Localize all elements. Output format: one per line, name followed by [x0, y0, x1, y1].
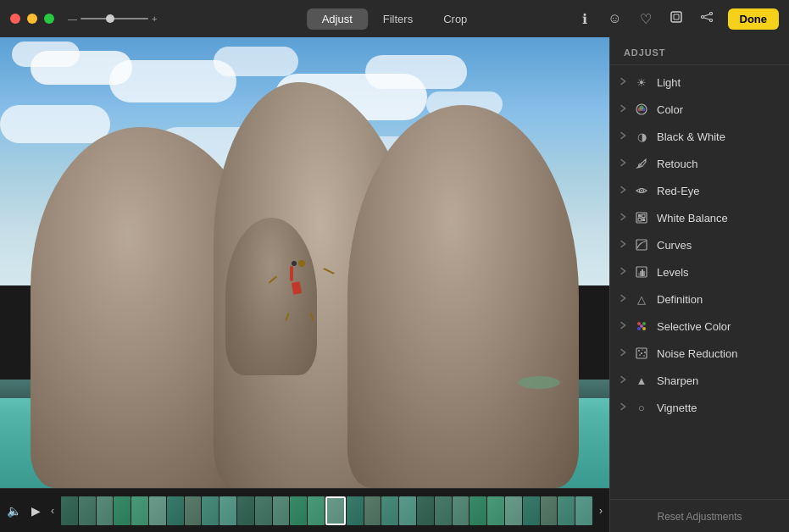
- chevron-icon-light: [620, 77, 626, 87]
- adjust-footer: Reset Adjustments: [610, 499, 789, 532]
- main-area: 🔈 ▶ ‹ › ADJUST ☀LightColor◑Black & White…: [0, 37, 789, 532]
- black-white-icon: ◑: [635, 130, 648, 143]
- adjust-item-label-retouch: Retouch: [657, 158, 697, 170]
- info-icon: ℹ: [582, 11, 587, 27]
- photo-container: [0, 37, 609, 488]
- chevron-icon-red-eye: [620, 186, 626, 196]
- filmstrip-frame[interactable]: [364, 496, 381, 525]
- adjust-item-label-black-white: Black & White: [657, 130, 725, 143]
- filmstrip-frame[interactable]: [185, 496, 202, 525]
- adjust-item-label-noise-reduction: Noise Reduction: [657, 347, 737, 360]
- filmstrip-next[interactable]: ›: [596, 503, 606, 518]
- info-button[interactable]: ℹ: [575, 9, 594, 28]
- chevron-icon-curves: [620, 240, 626, 250]
- crop-tab[interactable]: Crop: [428, 8, 482, 30]
- zoom-plus-icon: +: [152, 14, 157, 24]
- adjust-item-red-eye[interactable]: Red-Eye: [610, 177, 789, 204]
- crop-square-icon: [670, 10, 683, 27]
- svg-point-23: [642, 322, 646, 325]
- adjust-item-definition[interactable]: △Definition: [610, 285, 789, 313]
- emoji-button[interactable]: ☺: [606, 9, 625, 28]
- adjust-item-light[interactable]: ☀Light: [610, 69, 789, 96]
- white-balance-icon: [635, 211, 648, 224]
- reset-adjustments-button[interactable]: Reset Adjustments: [657, 511, 742, 523]
- filmstrip-frame[interactable]: [114, 496, 131, 525]
- maximize-button[interactable]: [44, 14, 54, 24]
- adjust-tab[interactable]: Adjust: [307, 8, 368, 30]
- filmstrip-frame[interactable]: [237, 496, 254, 525]
- filmstrip-frame[interactable]: [558, 496, 575, 525]
- svg-point-28: [638, 350, 640, 352]
- filmstrip-frame[interactable]: [273, 496, 290, 525]
- filmstrip-frame[interactable]: [541, 496, 558, 525]
- svg-rect-12: [638, 214, 642, 218]
- svg-point-1: [701, 16, 703, 19]
- adjust-item-curves[interactable]: Curves: [610, 231, 789, 258]
- filmstrip-frame[interactable]: [255, 496, 272, 525]
- filters-tab[interactable]: Filters: [368, 8, 428, 30]
- filmstrip-frame[interactable]: [202, 496, 219, 525]
- chevron-icon-selective-color: [620, 321, 626, 331]
- selective-color-icon: [635, 319, 648, 333]
- filmstrip-frame[interactable]: [149, 496, 166, 525]
- filmstrip-frame[interactable]: [131, 496, 148, 525]
- minimize-button[interactable]: [27, 14, 37, 24]
- filmstrip-frame[interactable]: [61, 496, 78, 525]
- filmstrip-frame[interactable]: [487, 496, 504, 525]
- toolbar-center: Adjust Filters Crop: [307, 8, 483, 30]
- filmstrip-frame[interactable]: [381, 496, 398, 525]
- filmstrip-prev[interactable]: ‹: [47, 503, 58, 518]
- filmstrip-frame[interactable]: [79, 496, 96, 525]
- close-button[interactable]: [10, 14, 20, 24]
- crop-icon-button[interactable]: [667, 9, 686, 28]
- filmstrip-frame[interactable]: [325, 496, 346, 525]
- filmstrip-frame[interactable]: [347, 496, 364, 525]
- heart-icon: ♡: [640, 11, 652, 27]
- adjust-item-levels[interactable]: Levels: [610, 258, 789, 285]
- svg-point-25: [642, 327, 646, 330]
- cloud: [0, 105, 110, 143]
- filmstrip-frame[interactable]: [399, 496, 416, 525]
- adjust-item-retouch[interactable]: Retouch: [610, 150, 789, 177]
- filmstrip-frame[interactable]: [575, 496, 592, 525]
- filmstrip-frame[interactable]: [435, 496, 452, 525]
- chevron-icon-levels: [620, 267, 626, 277]
- adjust-item-selective-color[interactable]: Selective Color: [610, 313, 789, 340]
- chevron-icon-vignette: [620, 402, 626, 413]
- adjust-item-color[interactable]: Color: [610, 96, 789, 123]
- filmstrip-frame[interactable]: [523, 496, 540, 525]
- filmstrip-frame[interactable]: [417, 496, 434, 525]
- adjust-item-noise-reduction[interactable]: Noise Reduction: [610, 340, 789, 367]
- favorite-button[interactable]: ♡: [636, 9, 655, 28]
- rock-small: [225, 218, 317, 375]
- adjust-item-white-balance[interactable]: White Balance: [610, 204, 789, 231]
- speaker-button[interactable]: 🔈: [3, 502, 25, 519]
- noise-reduction-icon: [635, 346, 648, 360]
- play-button[interactable]: ▶: [28, 502, 44, 519]
- filmstrip-frame[interactable]: [308, 496, 325, 525]
- adjust-item-vignette[interactable]: ○Vignette: [610, 394, 789, 421]
- emoji-icon: ☺: [608, 11, 621, 26]
- color-icon: [635, 103, 648, 116]
- svg-rect-14: [638, 219, 642, 222]
- adjust-item-label-definition: Definition: [657, 293, 703, 306]
- filmstrip-frame[interactable]: [167, 496, 184, 525]
- share-button[interactable]: [697, 9, 716, 28]
- filmstrip-frame[interactable]: [505, 496, 522, 525]
- filmstrip-frame[interactable]: [219, 496, 236, 525]
- svg-rect-18: [638, 273, 640, 276]
- filmstrip-frame[interactable]: [97, 496, 114, 525]
- adjust-item-sharpen[interactable]: ▲Sharpen: [610, 367, 789, 394]
- zoom-slider[interactable]: — +: [68, 14, 157, 24]
- svg-point-22: [637, 322, 641, 325]
- titlebar: — + Adjust Filters Crop ℹ ☺ ♡: [0, 0, 789, 37]
- zoom-minus-icon: —: [68, 14, 77, 24]
- svg-point-24: [637, 327, 641, 330]
- done-button[interactable]: Done: [728, 8, 780, 30]
- adjust-item-black-white[interactable]: ◑Black & White: [610, 123, 789, 150]
- filmstrip-frame[interactable]: [453, 496, 470, 525]
- filmstrip-frame[interactable]: [290, 496, 307, 525]
- filmstrip-frame[interactable]: [470, 496, 486, 525]
- adjust-panel: ADJUST ☀LightColor◑Black & WhiteRetouchR…: [609, 37, 789, 532]
- chevron-icon-black-white: [620, 131, 626, 141]
